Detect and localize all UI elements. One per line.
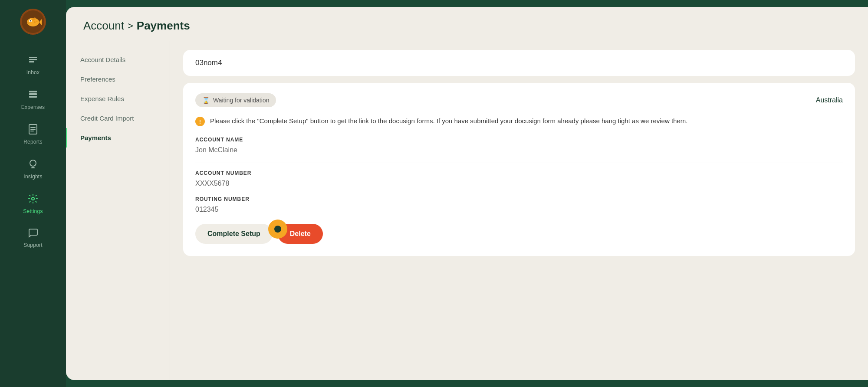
breadcrumb-separator: > [128, 20, 133, 32]
complete-setup-button[interactable]: Complete Setup [195, 224, 273, 244]
country-label: Australia [816, 96, 843, 104]
svg-rect-10 [29, 61, 34, 62]
info-text: Please click the "Complete Setup" button… [210, 116, 843, 126]
insights-icon [28, 159, 38, 171]
support-icon [28, 228, 38, 239]
svg-point-4 [30, 20, 31, 22]
breadcrumb: Account > Payments [83, 19, 851, 33]
sidebar-nav: Inbox Expenses [0, 48, 66, 255]
routing-number-section: ROUTING NUMBER 012345 [195, 196, 843, 213]
account-number-label: ACCOUNT NUMBER [195, 170, 843, 176]
top-card-value: 03nom4 [195, 59, 222, 67]
divider-1 [195, 163, 843, 163]
sidebar-item-payments[interactable]: Payments [66, 128, 170, 148]
expenses-label: Expenses [21, 104, 45, 110]
top-card: 03nom4 [183, 50, 855, 76]
breadcrumb-account: Account [83, 19, 124, 33]
sidebar-item-settings[interactable]: Settings [0, 187, 66, 221]
svg-rect-17 [30, 131, 34, 131]
account-number-value: XXXX5678 [195, 180, 843, 187]
inbox-icon [28, 55, 38, 67]
svg-point-6 [34, 21, 36, 23]
expenses-icon [28, 89, 38, 102]
sidebar: Inbox Expenses [0, 0, 66, 387]
main-content: Account > Payments Account Details Prefe… [66, 7, 868, 380]
svg-point-18 [30, 160, 36, 166]
main-panel: 03nom4 ⌛ Waiting for validation Australi… [170, 41, 868, 380]
floating-dot [268, 220, 287, 239]
svg-rect-13 [29, 96, 37, 98]
sidebar-item-preferences[interactable]: Preferences [66, 69, 170, 89]
svg-rect-8 [29, 57, 37, 58]
sidebar-item-expenses[interactable]: Expenses [0, 82, 66, 117]
settings-icon [28, 194, 38, 206]
svg-rect-12 [29, 93, 37, 95]
inbox-label: Inbox [26, 69, 40, 75]
waiting-icon: ⌛ [202, 97, 210, 104]
sidebar-item-expense-rules[interactable]: Expense Rules [66, 89, 170, 108]
svg-rect-15 [30, 127, 36, 128]
sidebar-item-support[interactable]: Support [0, 221, 66, 255]
breadcrumb-current: Payments [137, 19, 190, 33]
account-name-section: ACCOUNT NAME Jon McClaine [195, 137, 843, 154]
svg-rect-11 [29, 91, 37, 92]
reports-label: Reports [23, 139, 43, 145]
status-badge-label: Waiting for validation [213, 97, 269, 104]
account-number-section: ACCOUNT NUMBER XXXX5678 [195, 170, 843, 187]
status-badge: ⌛ Waiting for validation [195, 93, 276, 107]
reports-icon [28, 124, 38, 136]
sidebar-item-inbox[interactable]: Inbox [0, 48, 66, 82]
account-name-label: ACCOUNT NAME [195, 137, 843, 143]
insights-label: Insights [23, 174, 42, 180]
settings-label: Settings [23, 208, 43, 214]
svg-point-7 [36, 21, 38, 22]
sidebar-item-credit-card-import[interactable]: Credit Card Import [66, 108, 170, 128]
svg-rect-16 [30, 129, 36, 130]
page-header: Account > Payments [66, 7, 868, 41]
account-name-value: Jon McClaine [195, 146, 843, 154]
status-header: ⌛ Waiting for validation Australia [195, 93, 843, 107]
sub-sidebar: Account Details Preferences Expense Rule… [66, 41, 170, 380]
actions-row: Complete Setup Delete [195, 224, 843, 244]
svg-point-21 [32, 197, 34, 200]
support-label: Support [23, 242, 43, 248]
svg-rect-9 [29, 59, 37, 60]
sidebar-item-insights[interactable]: Insights [0, 152, 66, 187]
routing-number-value: 012345 [195, 206, 843, 213]
floating-dot-inner [274, 226, 281, 233]
content-area: Account Details Preferences Expense Rule… [66, 41, 868, 380]
sidebar-item-reports[interactable]: Reports [0, 117, 66, 152]
avatar[interactable] [20, 9, 46, 35]
payment-status-card: ⌛ Waiting for validation Australia ! Ple… [183, 83, 855, 256]
info-message: ! Please click the "Complete Setup" butt… [195, 116, 843, 126]
info-icon: ! [195, 117, 205, 126]
routing-number-label: ROUTING NUMBER [195, 196, 843, 202]
sidebar-item-account-details[interactable]: Account Details [66, 50, 170, 69]
